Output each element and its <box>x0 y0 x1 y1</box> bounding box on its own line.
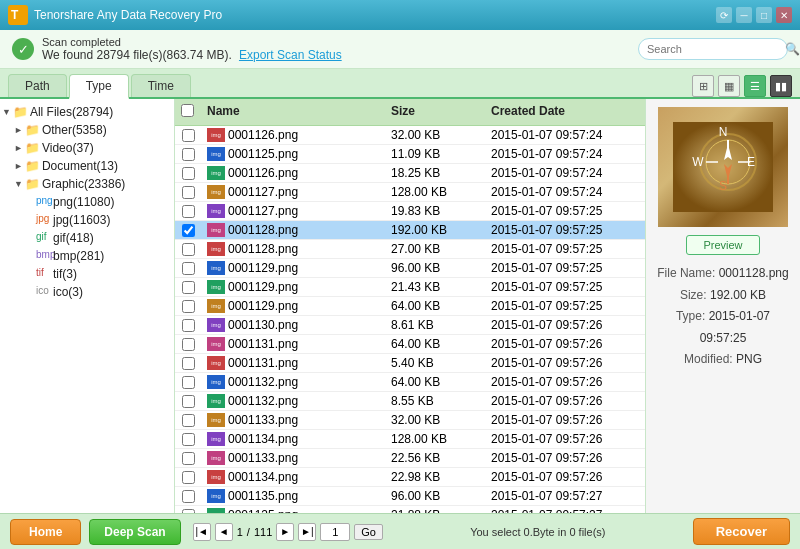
row-size: 128.00 KB <box>385 430 485 448</box>
detail-view-button[interactable]: ▮▮ <box>770 75 792 97</box>
restore-button[interactable]: ⟳ <box>716 7 732 23</box>
table-row[interactable]: img 0001126.png 18.25 KB 2015-01-07 09:5… <box>175 164 645 183</box>
tab-type[interactable]: Type <box>69 74 129 99</box>
search-input[interactable] <box>647 43 785 55</box>
table-row[interactable]: img 0001131.png 5.40 KB 2015-01-07 09:57… <box>175 354 645 373</box>
table-row[interactable]: img 0001127.png 128.00 KB 2015-01-07 09:… <box>175 183 645 202</box>
table-row[interactable]: img 0001125.png 11.09 KB 2015-01-07 09:5… <box>175 145 645 164</box>
row-checkbox[interactable] <box>182 129 195 142</box>
row-checkbox[interactable] <box>182 186 195 199</box>
row-date: 2015-01-07 09:57:26 <box>485 335 645 353</box>
row-checkbox[interactable] <box>182 167 195 180</box>
table-row[interactable]: img 0001133.png 32.00 KB 2015-01-07 09:5… <box>175 411 645 430</box>
page-next-button[interactable]: ► <box>276 523 294 541</box>
row-checkbox[interactable] <box>182 262 195 275</box>
minimize-button[interactable]: ─ <box>736 7 752 23</box>
table-row[interactable]: img 0001129.png 64.00 KB 2015-01-07 09:5… <box>175 297 645 316</box>
table-row[interactable]: img 0001131.png 64.00 KB 2015-01-07 09:5… <box>175 335 645 354</box>
row-checkbox[interactable] <box>182 148 195 161</box>
folder-icon-graphic: 📁 <box>25 177 39 191</box>
file-thumbnail: img <box>207 242 225 256</box>
table-row[interactable]: img 0001128.png 27.00 KB 2015-01-07 09:5… <box>175 240 645 259</box>
row-checkbox[interactable] <box>182 224 195 237</box>
tree-item-ico[interactable]: ico ico(3) <box>0 283 174 301</box>
table-row[interactable]: img 0001135.png 21.88 KB 2015-01-07 09:5… <box>175 506 645 513</box>
table-row[interactable]: img 0001129.png 96.00 KB 2015-01-07 09:5… <box>175 259 645 278</box>
table-row[interactable]: img 0001134.png 128.00 KB 2015-01-07 09:… <box>175 430 645 449</box>
row-name: img 0001127.png <box>201 183 385 201</box>
row-checkbox[interactable] <box>182 357 195 370</box>
row-checkbox[interactable] <box>182 243 195 256</box>
tree-item-jpg[interactable]: jpg jpg(11603) <box>0 211 174 229</box>
close-button[interactable]: ✕ <box>776 7 792 23</box>
row-checkbox[interactable] <box>182 319 195 332</box>
page-prev-button[interactable]: ◄ <box>215 523 233 541</box>
page-last-button[interactable]: ►| <box>298 523 316 541</box>
tree-item-all-files[interactable]: ▼ 📁 All Files(28794) <box>0 103 174 121</box>
tree-item-document[interactable]: ► 📁 Document(13) <box>0 157 174 175</box>
page-input[interactable] <box>320 523 350 541</box>
home-button[interactable]: Home <box>10 519 81 545</box>
preview-button[interactable]: Preview <box>686 235 759 255</box>
tree-item-tif[interactable]: tif tif(3) <box>0 265 174 283</box>
table-row[interactable]: img 0001130.png 8.61 KB 2015-01-07 09:57… <box>175 316 645 335</box>
tree-arrow-document[interactable]: ► <box>14 161 23 171</box>
table-row[interactable]: img 0001132.png 8.55 KB 2015-01-07 09:57… <box>175 392 645 411</box>
grid-view-button[interactable]: ▦ <box>718 75 740 97</box>
row-name: img 0001126.png <box>201 164 385 182</box>
table-row[interactable]: img 0001133.png 22.56 KB 2015-01-07 09:5… <box>175 449 645 468</box>
export-link[interactable]: Export Scan Status <box>239 48 342 62</box>
tree-arrow-all[interactable]: ▼ <box>2 107 11 117</box>
row-checkbox[interactable] <box>182 490 195 503</box>
table-row[interactable]: img 0001135.png 96.00 KB 2015-01-07 09:5… <box>175 487 645 506</box>
recover-button[interactable]: Recover <box>693 518 790 545</box>
deep-scan-button[interactable]: Deep Scan <box>89 519 180 545</box>
page-go-button[interactable]: Go <box>354 524 383 540</box>
row-date: 2015-01-07 09:57:26 <box>485 430 645 448</box>
tree-item-bmp[interactable]: bmp bmp(281) <box>0 247 174 265</box>
row-checkbox[interactable] <box>182 338 195 351</box>
tree-item-graphic[interactable]: ▼ 📁 Graphic(23386) <box>0 175 174 193</box>
row-checkbox[interactable] <box>182 433 195 446</box>
file-icon-ico: ico <box>36 285 50 299</box>
row-checkbox[interactable] <box>182 300 195 313</box>
maximize-button[interactable]: □ <box>756 7 772 23</box>
tree-arrow-video[interactable]: ► <box>14 143 23 153</box>
table-row[interactable]: img 0001128.png 192.00 KB 2015-01-07 09:… <box>175 221 645 240</box>
row-name: img 0001131.png <box>201 354 385 372</box>
list-view-button[interactable]: ☰ <box>744 75 766 97</box>
table-row[interactable]: img 0001126.png 32.00 KB 2015-01-07 09:5… <box>175 126 645 145</box>
file-thumbnail: img <box>207 280 225 294</box>
tab-path[interactable]: Path <box>8 74 67 97</box>
tree-arrow-other[interactable]: ► <box>14 125 23 135</box>
table-row[interactable]: img 0001134.png 22.98 KB 2015-01-07 09:5… <box>175 468 645 487</box>
row-date: 2015-01-07 09:57:25 <box>485 278 645 296</box>
tree-arrow-graphic[interactable]: ▼ <box>14 179 23 189</box>
table-row[interactable]: img 0001127.png 19.83 KB 2015-01-07 09:5… <box>175 202 645 221</box>
tree-item-video[interactable]: ► 📁 Video(37) <box>0 139 174 157</box>
tab-time[interactable]: Time <box>131 74 191 97</box>
row-checkbox-cell <box>175 298 201 315</box>
row-checkbox-cell <box>175 412 201 429</box>
folder-icon-video: 📁 <box>25 141 39 155</box>
table-row[interactable]: img 0001129.png 21.43 KB 2015-01-07 09:5… <box>175 278 645 297</box>
row-checkbox[interactable] <box>182 414 195 427</box>
row-size: 32.00 KB <box>385 126 485 144</box>
file-table-scroll[interactable]: img 0001126.png 32.00 KB 2015-01-07 09:5… <box>175 126 645 513</box>
notif-line2: We found 28794 file(s)(863.74 MB). Expor… <box>42 48 638 62</box>
row-checkbox[interactable] <box>182 376 195 389</box>
row-checkbox[interactable] <box>182 281 195 294</box>
row-size: 64.00 KB <box>385 335 485 353</box>
thumbnail-view-button[interactable]: ⊞ <box>692 75 714 97</box>
row-checkbox[interactable] <box>182 452 195 465</box>
row-checkbox[interactable] <box>182 471 195 484</box>
row-checkbox[interactable] <box>182 205 195 218</box>
tree-item-png[interactable]: png png(11080) <box>0 193 174 211</box>
page-first-button[interactable]: |◄ <box>193 523 211 541</box>
select-all-checkbox[interactable] <box>181 104 194 117</box>
row-checkbox[interactable] <box>182 395 195 408</box>
page-separator: / <box>247 526 250 538</box>
tree-item-gif[interactable]: gif gif(418) <box>0 229 174 247</box>
tree-item-other[interactable]: ► 📁 Other(5358) <box>0 121 174 139</box>
table-row[interactable]: img 0001132.png 64.00 KB 2015-01-07 09:5… <box>175 373 645 392</box>
